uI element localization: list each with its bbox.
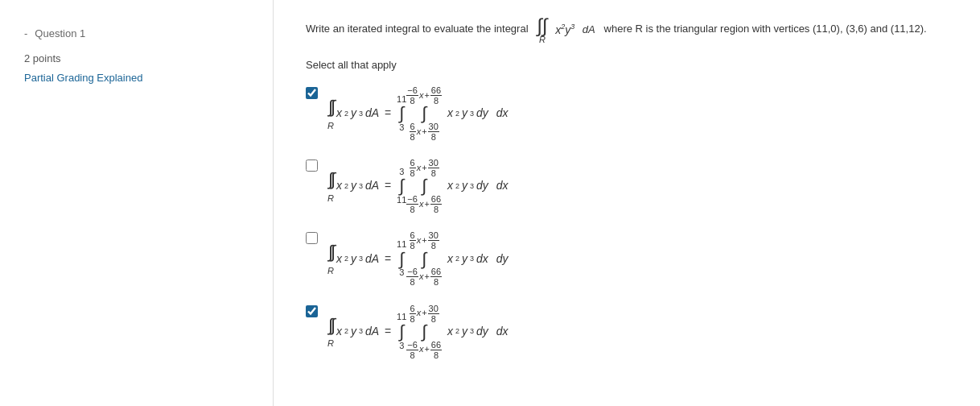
- partial-grading-link[interactable]: Partial Grading Explained: [24, 72, 142, 84]
- checkbox-1[interactable]: [306, 87, 318, 99]
- checkbox-option-1[interactable]: [306, 87, 318, 102]
- checkbox-option-3[interactable]: [306, 232, 318, 246]
- sidebar: - Question 1 2 points Partial Grading Ex…: [0, 0, 274, 406]
- problem-region-text: where R is the triangular region with ve…: [604, 23, 927, 35]
- question-prefix: -: [24, 27, 27, 39]
- list-item: ∫∫ R x2y3 dA = 11 ∫ 3 68: [306, 304, 956, 360]
- checkbox-4[interactable]: [306, 305, 318, 317]
- checkbox-option-4[interactable]: [306, 305, 318, 320]
- checkbox-3[interactable]: [306, 232, 318, 244]
- page-container: - Question 1 2 points Partial Grading Ex…: [0, 0, 980, 406]
- checkbox-2[interactable]: [306, 160, 318, 172]
- checkbox-option-2[interactable]: [306, 160, 318, 174]
- problem-integral: ∫∫ R x2y3 dA: [537, 16, 595, 44]
- list-item: ∫∫ R x2y3 dA = 3 ∫ 11: [306, 158, 956, 214]
- main-content: Write an iterated integral to evaluate t…: [274, 0, 980, 406]
- options-list: ∫∫ R x2y3 dA = 11 ∫ 3: [306, 85, 956, 360]
- question-label: Question 1: [35, 27, 85, 39]
- option-3-math: ∫∫ R x2y3 dA = 11 ∫ 3 68: [327, 230, 508, 287]
- option-4-math: ∫∫ R x2y3 dA = 11 ∫ 3 68: [327, 304, 508, 360]
- list-item: ∫∫ R x2y3 dA = 11 ∫ 3: [306, 85, 956, 142]
- question-title: - Question 1: [24, 24, 257, 41]
- problem-statement: Write an iterated integral to evaluate t…: [306, 16, 956, 44]
- list-item: ∫∫ R x2y3 dA = 11 ∫ 3 68: [306, 230, 956, 287]
- option-2-math: ∫∫ R x2y3 dA = 3 ∫ 11: [327, 158, 508, 214]
- problem-intro-text: Write an iterated integral to evaluate t…: [306, 23, 529, 35]
- select-all-label: Select all that apply: [306, 59, 956, 71]
- option-1-math: ∫∫ R x2y3 dA = 11 ∫ 3: [327, 85, 508, 142]
- points-label: 2 points: [24, 52, 257, 64]
